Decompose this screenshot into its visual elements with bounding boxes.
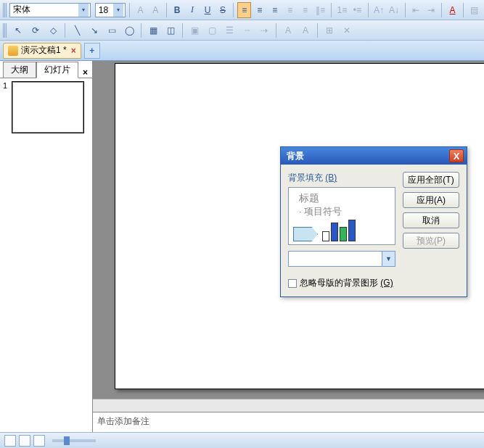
rotate-button[interactable]: ⟳	[28, 22, 44, 38]
toolbar-grip[interactable]	[3, 3, 7, 17]
separator	[405, 3, 406, 17]
dialog-buttons: 应用全部(T) 应用(A) 取消 预览(P)	[403, 172, 459, 267]
separator	[441, 3, 442, 17]
cancel-button[interactable]: 取消	[403, 212, 459, 228]
bold-button[interactable]: B	[171, 2, 184, 18]
dialog-titlebar[interactable]: 背景 X	[281, 147, 467, 165]
rectangle-button[interactable]: ▭	[104, 22, 120, 38]
separator	[166, 3, 167, 17]
shrink-font-button[interactable]: A	[149, 2, 163, 18]
apply-all-button[interactable]: 应用全部(T)	[403, 172, 459, 188]
separator	[463, 3, 464, 17]
underline-button[interactable]: U	[201, 2, 215, 18]
superscript-button[interactable]: A↑	[372, 2, 386, 18]
panel-tabs: 大纲 幻灯片 ×	[0, 61, 92, 78]
decrease-indent-button[interactable]: ⇤	[409, 2, 422, 18]
sorter-view-button[interactable]	[19, 435, 30, 447]
slideshow-view-button[interactable]	[33, 435, 45, 447]
align-distribute-button[interactable]: ≡	[298, 2, 312, 18]
separator	[182, 23, 183, 38]
separator	[233, 3, 234, 17]
status-bar	[0, 432, 484, 448]
thumbnail-area: 1	[0, 78, 92, 432]
separator	[276, 23, 276, 38]
preview-title-text: 标题	[299, 192, 390, 205]
slides-panel: 大纲 幻灯片 × 1	[0, 61, 93, 432]
line-spacing-button[interactable]: ‖≡	[313, 2, 327, 18]
italic-button[interactable]: I	[186, 2, 200, 18]
background-dialog: 背景 X 背景填充 (B) 标题 · 项目符号	[280, 146, 467, 297]
align-center-button[interactable]: ≡	[253, 2, 266, 18]
omit-master-checkbox[interactable]	[288, 279, 297, 288]
align-justify-button[interactable]: ≡	[283, 2, 297, 18]
apply-button[interactable]: 应用(A)	[403, 192, 459, 208]
fill-swatch	[289, 252, 382, 266]
select-button[interactable]: ↖	[10, 22, 26, 38]
document-tab[interactable]: 演示文稿1 * ×	[3, 43, 81, 59]
oval-button[interactable]: ◯	[121, 22, 137, 38]
strike-button[interactable]: S	[216, 2, 230, 18]
drawing-toolbar: ↖ ⟳ ◇ ╲ ↘ ▭ ◯ ▦ ◫ ▣ ▢ ☰ ┄ ⇢ A A ⊞ ✕	[0, 20, 484, 41]
close-panel-button[interactable]: ×	[83, 67, 88, 78]
wordart-button[interactable]: A	[298, 22, 313, 38]
dialog-close-button[interactable]: X	[449, 149, 464, 162]
zoom-slider[interactable]	[52, 439, 96, 442]
omit-master-label: 忽略母版的背景图形 (G)	[300, 277, 393, 289]
grow-font-button[interactable]: A	[134, 2, 147, 18]
arrow-shape-icon	[293, 227, 318, 241]
font-family-select[interactable]: 宋体	[9, 3, 91, 17]
fill-preview: 标题 · 项目符号	[288, 187, 395, 245]
dialog-body: 背景填充 (B) 标题 · 项目符号 ▼	[281, 165, 467, 274]
fill-color-dropdown[interactable]: ▼	[288, 251, 395, 267]
arrow-button[interactable]: ↘	[86, 22, 102, 38]
slide-thumbnail-preview	[12, 81, 84, 133]
group-button[interactable]: ⊞	[321, 22, 337, 38]
dialog-footer: 忽略母版的背景图形 (G)	[281, 274, 467, 296]
text-box-button[interactable]: A	[280, 22, 296, 38]
format-toolbar: 宋体 18 A A B I U S ≡ ≡ ≡ ≡ ≡ ‖≡ 1≡ •≡ A↑ …	[0, 0, 484, 20]
tab-outline[interactable]: 大纲	[3, 62, 36, 78]
close-tab-button[interactable]: ×	[71, 46, 76, 56]
line-color-button[interactable]: ▢	[204, 22, 220, 38]
line-weight-button[interactable]: ☰	[221, 22, 237, 38]
increase-indent-button[interactable]: ⇥	[424, 2, 438, 18]
chart-button[interactable]: ▦	[145, 22, 161, 38]
line-style-button[interactable]: ┄	[239, 22, 255, 38]
line-button[interactable]: ╲	[69, 22, 85, 38]
numbered-list-button[interactable]: 1≡	[335, 2, 349, 18]
document-tabs-bar: 演示文稿1 * × +	[0, 41, 484, 61]
preview-button[interactable]: 预览(P)	[403, 233, 459, 249]
shapes-button[interactable]: ◇	[45, 22, 61, 38]
arrow-style-button[interactable]: ⇢	[256, 22, 272, 38]
bar-chart-icon	[322, 220, 356, 241]
separator	[141, 23, 141, 38]
notes-placeholder: 单击添加备注	[97, 416, 149, 426]
new-tab-button[interactable]: +	[84, 43, 100, 59]
separator	[65, 23, 65, 38]
dropdown-arrow-icon[interactable]: ▼	[382, 252, 395, 266]
presentation-icon	[8, 46, 18, 56]
subscript-button[interactable]: A↓	[387, 2, 401, 18]
toolbar-grip[interactable]	[3, 23, 7, 38]
document-tab-label: 演示文稿1 *	[21, 44, 67, 57]
more-button[interactable]: ▤	[467, 2, 481, 18]
preview-shapes	[293, 220, 390, 241]
separator	[368, 3, 369, 17]
fill-button[interactable]: ▣	[186, 22, 202, 38]
notes-pane[interactable]: 单击添加备注	[93, 412, 484, 432]
bullet-list-button[interactable]: •≡	[350, 2, 364, 18]
horizontal-scrollbar[interactable]	[93, 399, 484, 412]
normal-view-button[interactable]	[4, 435, 16, 447]
tab-slides[interactable]: 幻灯片	[36, 62, 78, 78]
chart2-button[interactable]: ◫	[163, 22, 179, 38]
font-color-button[interactable]: A	[446, 2, 459, 18]
align-left-button[interactable]: ≡	[237, 2, 251, 18]
align-right-button[interactable]: ≡	[268, 2, 282, 18]
separator	[129, 3, 130, 17]
tools-button[interactable]: ✕	[339, 22, 355, 38]
font-size-select[interactable]: 18	[95, 3, 126, 17]
separator	[331, 3, 332, 17]
separator	[317, 23, 318, 38]
preview-bullet-text: · 项目符号	[299, 205, 390, 218]
slide-thumbnail[interactable]: 1	[3, 81, 89, 133]
